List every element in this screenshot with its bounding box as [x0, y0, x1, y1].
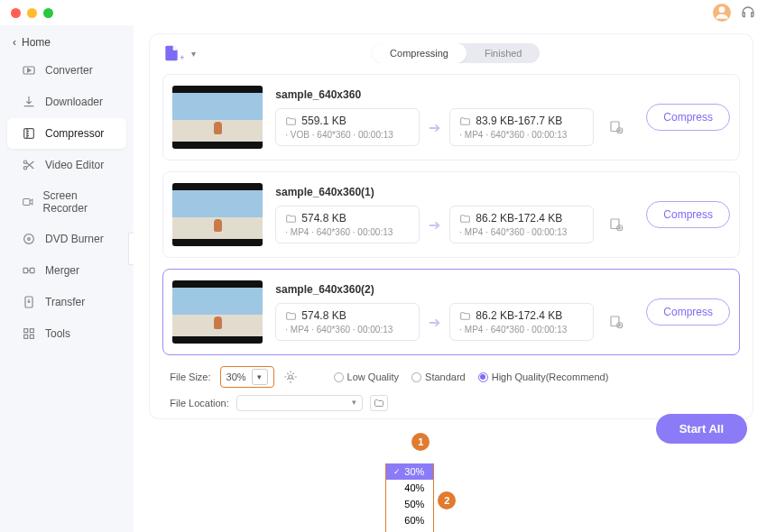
- sidebar-item-screen-recorder[interactable]: Screen Recorder: [7, 181, 126, 223]
- sidebar-item-downloader[interactable]: Downloader: [7, 87, 126, 117]
- sidebar-item-label: Downloader: [45, 96, 103, 108]
- dropdown-option[interactable]: 40%: [386, 480, 433, 496]
- start-all-button[interactable]: Start All: [656, 414, 747, 444]
- filesize-dropdown-menu: ✓30% 40% 50% 60% 70% 80% 90%: [385, 463, 434, 532]
- sidebar-item-label: Converter: [45, 64, 93, 77]
- file-settings-icon[interactable]: [608, 119, 624, 135]
- sidebar-item-label: Transfer: [45, 296, 85, 308]
- input-info-box: 559.1 KB · VOB · 640*360 · 00:00:13: [275, 108, 420, 146]
- folder-icon: [374, 398, 384, 408]
- svg-rect-8: [23, 268, 28, 272]
- chevron-down-icon: ▾: [352, 398, 356, 407]
- file-name: sample_640x360(1): [275, 186, 624, 198]
- input-info-box: 574.8 KB · MP4 · 640*360 · 00:00:13: [275, 303, 420, 341]
- annotation-badge: 1: [411, 433, 430, 451]
- sidebar-item-label: Merger: [45, 264, 79, 277]
- compressor-icon: [22, 126, 36, 141]
- svg-rect-13: [24, 335, 28, 338]
- browse-folder-button[interactable]: [370, 395, 388, 411]
- svg-rect-19: [611, 316, 619, 326]
- settings-gear-icon[interactable]: [283, 370, 298, 384]
- minimize-window[interactable]: [27, 8, 37, 18]
- file-card[interactable]: sample_640x360(1) 574.8 KB · MP4 · 640*3…: [162, 171, 740, 258]
- radio-high-quality[interactable]: High Quality(Recommend): [478, 371, 609, 382]
- sidebar-item-dvd-burner[interactable]: DVD Burner: [7, 224, 126, 254]
- support-icon[interactable]: [740, 5, 756, 21]
- svg-rect-15: [611, 122, 619, 132]
- close-window[interactable]: [11, 8, 21, 18]
- folder-icon: [285, 310, 297, 322]
- tabs: Compressing Finished: [372, 43, 540, 63]
- annotation-badge: 2: [438, 491, 456, 509]
- compress-button[interactable]: Compress: [646, 104, 730, 131]
- folder-icon: [459, 115, 471, 127]
- radio-standard[interactable]: Standard: [411, 371, 466, 382]
- svg-rect-14: [30, 335, 33, 338]
- arrow-right-icon: ➔: [427, 314, 442, 331]
- svg-rect-11: [24, 329, 28, 333]
- output-info-box: 86.2 KB-172.4 KB · MP4 · 640*360 · 00:00…: [449, 206, 594, 243]
- dropdown-option[interactable]: 50%: [386, 496, 433, 512]
- radio-icon: [334, 372, 344, 382]
- sidebar-item-tools[interactable]: Tools: [7, 318, 126, 349]
- add-file-icon: [162, 44, 180, 62]
- user-avatar[interactable]: [713, 4, 731, 22]
- maximize-window[interactable]: [43, 8, 53, 18]
- filesize-label: File Size:: [170, 371, 210, 382]
- file-name: sample_640x360(2): [275, 283, 624, 296]
- grid-icon: [22, 326, 36, 341]
- svg-point-7: [28, 238, 31, 241]
- svg-rect-17: [611, 219, 619, 229]
- radio-low-quality[interactable]: Low Quality: [334, 371, 399, 382]
- disc-icon: [22, 232, 36, 246]
- compress-button[interactable]: Compress: [646, 298, 730, 326]
- file-settings-icon[interactable]: [608, 314, 624, 330]
- folder-icon: [285, 213, 297, 225]
- add-file-button[interactable]: + ▾: [162, 44, 195, 62]
- sidebar-item-label: DVD Burner: [45, 233, 104, 245]
- svg-point-21: [289, 375, 292, 379]
- sidebar: ‹ Home Converter Downloader Compressor V…: [0, 25, 134, 532]
- download-icon: [22, 95, 36, 109]
- tab-compressing[interactable]: Compressing: [372, 43, 467, 63]
- svg-rect-12: [30, 329, 33, 333]
- content-area: + ▾ Compressing Finished sample_640x360 …: [134, 25, 767, 532]
- location-label: File Location:: [170, 398, 228, 408]
- sidebar-item-converter[interactable]: Converter: [7, 55, 126, 86]
- file-card[interactable]: sample_640x360 559.1 KB · VOB · 640*360 …: [162, 74, 740, 161]
- merger-icon: [22, 263, 36, 278]
- input-info-box: 574.8 KB · MP4 · 640*360 · 00:00:13: [275, 206, 420, 243]
- filesize-selector[interactable]: 30% ▾: [220, 366, 274, 388]
- svg-rect-5: [23, 199, 30, 206]
- filesize-dropdown-button[interactable]: ▾: [252, 369, 268, 385]
- sidebar-item-label: Screen Recorder: [43, 189, 113, 215]
- radio-icon: [411, 372, 421, 382]
- file-settings-icon[interactable]: [608, 216, 624, 233]
- file-card-selected[interactable]: sample_640x360(2) 574.8 KB · MP4 · 640*3…: [162, 269, 740, 355]
- folder-icon: [285, 115, 297, 127]
- sidebar-item-compressor[interactable]: Compressor: [7, 118, 126, 149]
- sidebar-item-video-editor[interactable]: Video Editor: [7, 150, 126, 180]
- sidebar-item-label: Tools: [45, 327, 70, 340]
- location-select[interactable]: ▾: [236, 395, 363, 411]
- compress-button[interactable]: Compress: [646, 201, 730, 228]
- output-info-box: 83.9 KB-167.7 KB · MP4 · 640*360 · 00:00…: [449, 108, 594, 146]
- tab-finished[interactable]: Finished: [467, 43, 541, 63]
- output-info-box: 86.2 KB-172.4 KB · MP4 · 640*360 · 00:00…: [449, 303, 594, 341]
- video-thumbnail: [172, 280, 263, 344]
- recorder-icon: [22, 195, 34, 209]
- sidebar-item-label: Compressor: [45, 127, 104, 140]
- check-icon: ✓: [393, 467, 402, 476]
- sidebar-item-merger[interactable]: Merger: [7, 255, 126, 286]
- chevron-down-icon: ▾: [257, 372, 262, 381]
- chevron-left-icon: ‹: [13, 36, 16, 49]
- dropdown-option[interactable]: 70%: [386, 528, 433, 532]
- video-thumbnail: [172, 86, 263, 149]
- dropdown-option[interactable]: ✓30%: [386, 463, 433, 480]
- file-name: sample_640x360: [275, 88, 624, 101]
- dropdown-option[interactable]: 60%: [386, 512, 433, 528]
- nav-home[interactable]: ‹ Home: [0, 31, 134, 54]
- folder-icon: [459, 310, 471, 322]
- sidebar-item-transfer[interactable]: Transfer: [7, 287, 126, 317]
- transfer-icon: [22, 295, 36, 309]
